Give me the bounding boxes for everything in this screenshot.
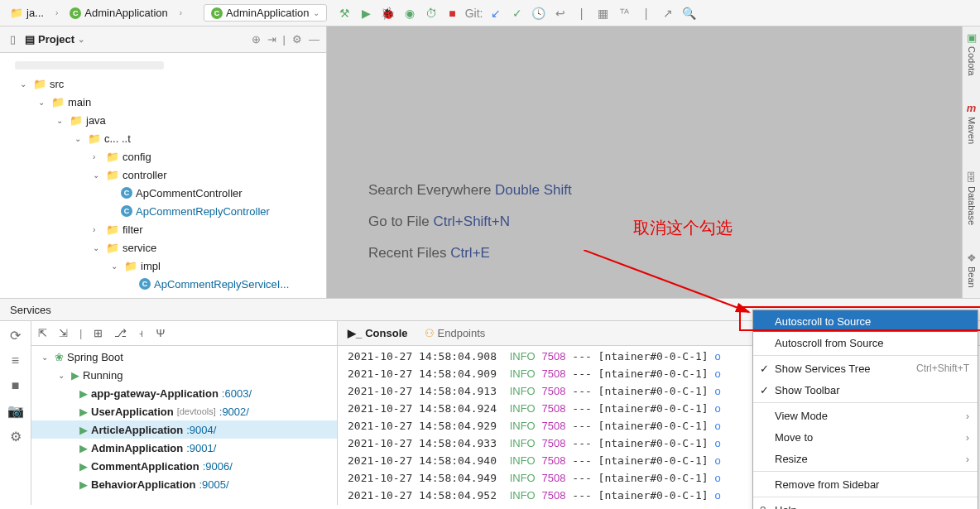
chevron-right-icon[interactable]: › (93, 225, 103, 234)
menu-view-mode[interactable]: View Mode (753, 405, 978, 426)
service-app-row[interactable]: ▶ArticleApplication :9004/ (31, 420, 337, 439)
collapse-icon[interactable]: ⇲ (59, 327, 68, 339)
filter-icon[interactable]: ≡ (12, 353, 19, 368)
tree-node[interactable]: ApCommentController (136, 187, 243, 199)
profile-icon[interactable]: ⏱ (425, 7, 438, 20)
chevron-down-icon[interactable]: ⌄ (58, 371, 68, 380)
tree-node[interactable]: config (122, 151, 151, 163)
tree-node[interactable]: Spring Boot (67, 351, 123, 363)
run-configuration[interactable]: C AdminApplication ⌄ (204, 4, 326, 22)
tab-maven[interactable]: mMaven (967, 102, 977, 144)
tree-node[interactable]: java (86, 114, 106, 127)
expand-icon[interactable]: ⇱ (38, 327, 47, 339)
tab-console[interactable]: ▶_Console (348, 327, 408, 339)
chevron-down-icon[interactable]: ⌄ (20, 79, 30, 89)
rerun-icon[interactable]: ⟳ (10, 328, 21, 343)
right-tool-stripe: ▣Codota mMaven 🗄Database ❖Bean (962, 26, 980, 298)
hide-icon[interactable]: — (309, 33, 319, 46)
commit-icon[interactable]: ✓ (511, 7, 524, 20)
menu-show-services-tree[interactable]: Show Services TreeCtrl+Shift+T (753, 358, 978, 379)
package-icon: 📁 (124, 260, 137, 272)
project-tree[interactable]: ⌄📁src ⌄📁main ⌄📁java ⌄📁c... ..t ›📁config … (0, 53, 326, 296)
target-icon[interactable]: ⊕ (252, 33, 261, 46)
menu-separator (753, 402, 978, 403)
panel-title[interactable]: ▤ Project ⌄ (25, 33, 84, 46)
sep-icon: | (283, 33, 286, 46)
menu-move-to[interactable]: Move to (753, 426, 978, 448)
services-title[interactable]: Services (10, 304, 51, 316)
history-icon[interactable]: 🕓 (532, 7, 545, 20)
project-panel: ▯ ▤ Project ⌄ ⊕ ⇥ | ⚙ — ⌄📁src ⌄📁main ⌄📁j… (0, 26, 327, 298)
search-icon[interactable]: 🔍 (683, 7, 696, 20)
collapse-icon[interactable]: ⇥ (267, 33, 276, 46)
chevron-down-icon[interactable]: ⌄ (74, 134, 84, 143)
tab-codota[interactable]: ▣Codota (967, 31, 977, 75)
play-icon: ▶ (79, 478, 88, 491)
menu-autoscroll-from-source[interactable]: Autoscroll from Source (753, 332, 978, 353)
debug-icon[interactable]: 🐞 (382, 7, 395, 20)
service-app-row[interactable]: ▶app-gateway-Application :6003/ (31, 384, 337, 402)
update-icon[interactable]: ↙ (489, 7, 502, 20)
export-icon[interactable]: ↗ (661, 7, 675, 20)
tree-node[interactable]: main (68, 96, 91, 108)
menu-autoscroll-to-source[interactable]: Autoscroll to Source (753, 310, 978, 332)
class-icon: C (139, 278, 151, 290)
tree-node[interactable]: service (122, 242, 156, 254)
app-port[interactable]: :9004/ (186, 424, 216, 436)
chevron-right-icon[interactable]: › (93, 152, 103, 161)
tree-node[interactable]: c... ..t (104, 132, 131, 145)
tree-node[interactable]: filter (122, 223, 143, 236)
revert-icon[interactable]: ↩ (554, 7, 567, 20)
service-app-row[interactable]: ▶AdminApplication :9001/ (31, 439, 337, 457)
merge-icon[interactable]: ⫞ (138, 327, 144, 339)
chevron-down-icon[interactable]: ⌄ (111, 262, 121, 271)
tool-stripe-icon[interactable]: ▯ (7, 33, 18, 46)
service-app-row[interactable]: ▶CommentApplication :9006/ (31, 457, 337, 475)
stop-icon[interactable]: ■ (446, 7, 459, 20)
menu-remove-from-sidebar[interactable]: Remove from Sidebar (753, 473, 978, 495)
chevron-down-icon[interactable]: ⌄ (93, 243, 103, 252)
app-port[interactable]: :9006/ (203, 460, 233, 473)
play-icon: ▶ (79, 460, 88, 473)
tab-java[interactable]: 📁 ja... (3, 5, 50, 21)
translate-icon[interactable]: ᵀᴬ (618, 7, 632, 20)
tree-node[interactable]: ApCommentReplyController (136, 205, 270, 218)
app-port[interactable]: :9001/ (186, 442, 216, 454)
tab-database[interactable]: 🗄Database (966, 171, 977, 225)
coverage-icon[interactable]: ◉ (403, 7, 416, 20)
build-icon[interactable]: ⚒ (339, 7, 352, 20)
structure-icon[interactable]: ▦ (597, 7, 610, 20)
tab-label: ja... (26, 7, 44, 19)
tree-node[interactable]: impl (141, 260, 161, 272)
app-port[interactable]: :9002/ (219, 406, 249, 418)
tab-endpoints[interactable]: ⚇Endpoints (425, 327, 486, 339)
service-app-row[interactable]: ▶UserApplication [devtools] :9002/ (31, 402, 337, 420)
tool-icon[interactable]: ⚙ (10, 429, 22, 444)
tab-bean[interactable]: ❖Bean (967, 252, 977, 288)
gear-icon[interactable]: ⚙ (292, 33, 302, 46)
fork-icon[interactable]: Ψ (156, 327, 165, 339)
menu-help[interactable]: Help (753, 499, 978, 509)
app-name: AdminApplication (91, 442, 183, 454)
run-icon[interactable]: ▶ (360, 7, 373, 20)
app-port[interactable]: :6003/ (222, 387, 252, 400)
menu-resize[interactable]: Resize (753, 448, 978, 469)
service-app-row[interactable]: ▶BehaviorApplication :9005/ (31, 475, 337, 493)
menu-show-toolbar[interactable]: Show Toolbar (753, 379, 978, 401)
tree-node[interactable]: src (50, 78, 64, 90)
tab-admin[interactable]: C AdminApplication (63, 5, 174, 21)
chevron-down-icon[interactable]: ⌄ (38, 98, 48, 107)
app-port[interactable]: :9005/ (199, 478, 228, 491)
tree-node[interactable]: controller (122, 169, 166, 181)
annotation-text: 取消这个勾选 (633, 217, 733, 239)
tree-node[interactable]: Running (83, 369, 122, 382)
chevron-down-icon[interactable]: ⌄ (41, 353, 51, 362)
camera-icon[interactable]: 📷 (7, 403, 24, 419)
chevron-down-icon[interactable]: ⌄ (93, 170, 103, 180)
stop-icon[interactable]: ■ (12, 378, 20, 393)
chevron-down-icon[interactable]: ⌄ (56, 116, 66, 125)
branch-icon[interactable]: ⎇ (114, 327, 127, 339)
grid-icon[interactable]: ⊞ (94, 327, 103, 339)
tree-node[interactable]: ApCommentReplyServiceI... (154, 278, 289, 291)
services-tree[interactable]: ⌄❀Spring Boot ⌄▶Running ▶app-gateway-App… (31, 346, 337, 495)
